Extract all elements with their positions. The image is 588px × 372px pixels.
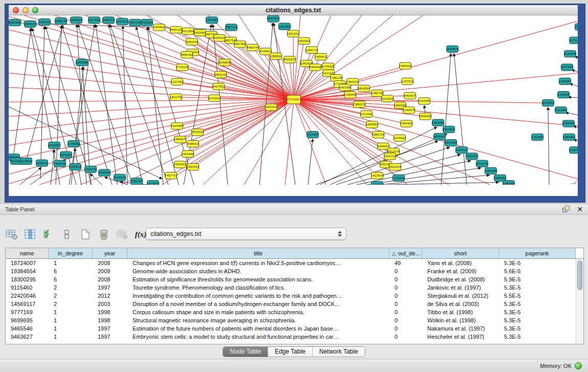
network-node[interactable]: 1864091 — [298, 37, 310, 44]
table-cell[interactable]: Nakamura et al. (1997) — [422, 325, 499, 332]
table-row[interactable]: 911546021997Tourette syndrome. Phenomeno… — [6, 283, 583, 292]
table-cell[interactable]: 1997 — [93, 325, 127, 332]
table-cell[interactable]: Tibbo et al. (1998) — [422, 309, 499, 315]
network-node[interactable]: 8660124 — [170, 27, 182, 33]
table-row[interactable]: 946554611997Estimation of the future num… — [6, 324, 583, 333]
table-cell[interactable]: 1997 — [93, 285, 127, 291]
network-node[interactable]: 1965492 — [400, 120, 412, 127]
network-node[interactable]: 8471676 — [476, 160, 488, 167]
table-cell[interactable]: Yano et al. (2008) — [422, 260, 499, 266]
network-node[interactable]: 1975692 — [394, 135, 405, 141]
network-node[interactable]: 9146821 — [259, 48, 271, 55]
table-cell[interactable]: 5.3E-5 — [499, 317, 576, 323]
network-node[interactable]: 1254519 — [54, 160, 66, 167]
network-node[interactable]: 1649575 — [403, 107, 415, 114]
network-node[interactable]: 1569293 — [562, 120, 574, 127]
canvas-resize-grip[interactable] — [571, 180, 577, 184]
network-node[interactable]: 2803144 — [214, 71, 227, 78]
network-node[interactable]: 1209387 — [559, 78, 571, 84]
network-node[interactable]: 2405572 — [24, 20, 36, 27]
network-node[interactable]: 2905334 — [76, 59, 88, 66]
table-settings-button[interactable] — [4, 227, 19, 242]
network-node[interactable]: 1514545 — [307, 132, 318, 138]
network-node[interactable]: 1065408 — [485, 167, 496, 174]
close-window-button[interactable] — [13, 7, 19, 13]
table-cell[interactable]: 0 — [389, 293, 422, 299]
table-cell[interactable]: 0 — [389, 325, 422, 332]
network-node[interactable]: 1080748 — [371, 90, 383, 97]
network-node[interactable]: 1099581 — [98, 169, 110, 176]
network-node[interactable]: 1504676 — [174, 136, 186, 143]
network-node[interactable]: 1588520 — [270, 53, 281, 59]
table-row[interactable]: 1938455462009Genome-wide association stu… — [6, 267, 583, 275]
network-node[interactable]: 8813054 — [267, 15, 279, 22]
network-node[interactable]: 1115689 — [20, 158, 32, 164]
network-node[interactable]: 1691443 — [187, 164, 199, 170]
network-node[interactable]: 9463627 — [404, 92, 416, 99]
network-node[interactable]: 9184067 — [377, 143, 389, 149]
network-node[interactable]: 1678275 — [114, 174, 125, 181]
column-header-pagerank[interactable]: pagerank — [499, 248, 576, 258]
table-cell[interactable]: 6 — [49, 276, 93, 282]
table-cell[interactable]: Wolkin et al. (1998) — [422, 317, 499, 323]
zoom-window-button[interactable] — [32, 7, 38, 13]
network-node[interactable]: 1921859 — [278, 23, 290, 30]
table-row[interactable]: 1872400712008Changes of HCN gene express… — [6, 259, 583, 267]
column-header-title[interactable]: title — [127, 248, 389, 258]
network-node[interactable]: 8822037 — [284, 56, 295, 63]
network-node[interactable]: 9129946 — [564, 51, 576, 57]
table-row[interactable]: 969969511998Structural magnetic resonanc… — [6, 316, 583, 324]
network-node[interactable]: 1221356 — [171, 78, 183, 85]
network-node[interactable]: 1880724 — [372, 132, 384, 138]
network-node[interactable]: 1068860 — [366, 121, 378, 128]
network-node[interactable]: 8912954 — [182, 28, 194, 34]
network-node[interactable]: 9382505 — [9, 19, 20, 26]
table-cell[interactable]: Dudbridge et al. (2008) — [422, 276, 499, 282]
network-node[interactable]: 1106753 — [570, 147, 578, 154]
network-node[interactable]: 1832541 — [287, 30, 299, 37]
float-panel-icon[interactable] — [562, 206, 571, 213]
network-node[interactable]: 1621064 — [555, 107, 567, 114]
network-node[interactable]: 9227343 — [561, 64, 573, 71]
network-node[interactable]: 1071913 — [116, 18, 128, 25]
network-node[interactable]: 2867608 — [234, 41, 246, 48]
network-node[interactable]: 1603380 — [206, 17, 217, 24]
delete-table-button[interactable] — [115, 227, 130, 242]
network-node[interactable]: 9474444 — [445, 140, 457, 146]
table-selector-dropdown[interactable]: citations_edges.txt — [146, 228, 346, 240]
table-cell[interactable]: 0 — [389, 309, 422, 315]
network-node[interactable]: 9890182 — [181, 52, 192, 58]
table-cell[interactable]: Hescheler et al. (1997) — [422, 334, 499, 340]
network-node[interactable]: 1916685 — [171, 123, 183, 129]
network-node[interactable]: 1810755 — [170, 94, 182, 100]
table-cell[interactable]: 49 — [389, 260, 422, 266]
network-node[interactable]: 1696175 — [306, 47, 317, 53]
network-node[interactable]: 7386372 — [353, 101, 365, 107]
table-cell[interactable]: Disruption of a novel member of a sodium… — [127, 301, 389, 307]
network-node[interactable]: 1640995 — [432, 119, 444, 126]
table-cell[interactable]: 18300295 — [6, 276, 49, 282]
network-node[interactable]: 1830029 — [265, 104, 277, 111]
network-node[interactable]: 7857224 — [225, 24, 237, 31]
table-cell[interactable]: Estimation of significance thresholds fo… — [127, 276, 389, 282]
table-cell[interactable]: 1998 — [93, 309, 127, 315]
close-panel-icon[interactable]: ✕ — [577, 206, 583, 213]
network-node[interactable]: 2935114 — [456, 147, 468, 154]
create-column-button[interactable] — [78, 227, 93, 242]
table-cell[interactable]: Corpus callosum shape and size in male p… — [127, 309, 389, 315]
network-node[interactable]: 9975487 — [60, 151, 72, 158]
table-cell[interactable]: Tourette syndrome. Phenomenology and cla… — [127, 285, 389, 291]
network-node[interactable]: 2522544 — [389, 164, 401, 170]
network-node[interactable]: 1575107 — [569, 37, 578, 43]
network-node[interactable]: 1292344 — [130, 178, 143, 185]
table-cell[interactable]: 0 — [389, 268, 422, 274]
network-node[interactable]: 2136445 — [344, 92, 356, 98]
network-node[interactable]: 9245013 — [371, 181, 383, 185]
table-cell[interactable]: Structural magnetic resonance image aver… — [127, 317, 389, 323]
tab-edge-table[interactable]: Edge Table — [268, 347, 313, 357]
table-cell[interactable]: 5.9E-5 — [499, 276, 576, 282]
network-window-titlebar[interactable]: citations_edges.txt — [9, 5, 578, 15]
table-cell[interactable]: 2 — [49, 301, 93, 307]
tab-node-table[interactable]: Node Table — [223, 347, 268, 357]
column-header-name[interactable]: name — [6, 248, 49, 258]
